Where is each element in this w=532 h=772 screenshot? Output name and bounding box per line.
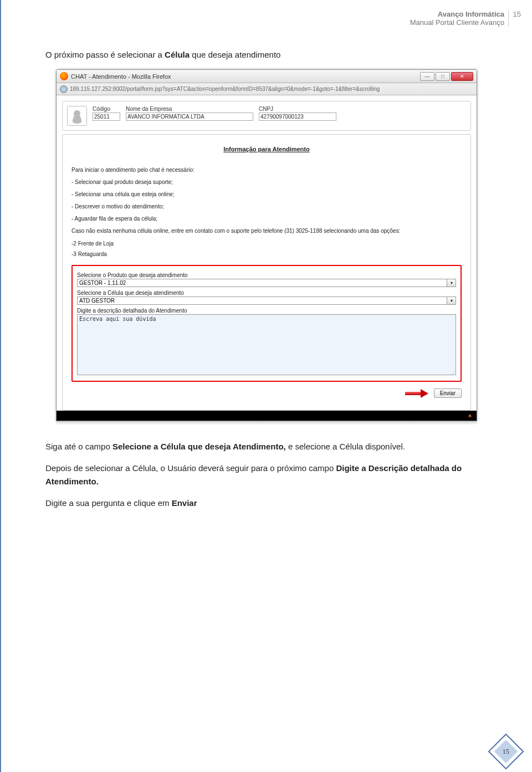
produto-select: ▾: [77, 279, 456, 287]
empresa-input[interactable]: [126, 113, 253, 121]
body-p3: Digite a sua pergunta e clique em Enviar: [45, 497, 488, 509]
address-bar: 189.115.127.252:8002/portal/form.jsp?sys…: [57, 83, 477, 95]
body-p3-b: Enviar: [172, 498, 197, 508]
body-p1: Siga até o campo Selecione a Célula que …: [45, 440, 488, 453]
intro-bold: Célula: [165, 50, 192, 59]
body-p2: Depois de selecionar a Célula, o Usuário…: [45, 462, 488, 488]
body-p3-a: Digite a sua pergunta e clique em: [45, 498, 172, 508]
avatar-icon: [67, 106, 87, 126]
page-corner-ornament: 15: [493, 739, 519, 764]
cnpj-input[interactable]: [259, 113, 336, 121]
cnpj-label: CNPJ: [259, 106, 336, 112]
page-header: Avanço Informática Manual Portal Cliente…: [410, 10, 504, 27]
body-p1-b: Selecione a Célula que deseja Atendiment…: [112, 442, 288, 451]
body-text-block: Siga até o campo Selecione a Célula que …: [45, 440, 488, 509]
window-shadow: [56, 421, 477, 425]
maximize-button[interactable]: □: [436, 72, 450, 81]
main-panel: Informação para Atendimento Para iniciar…: [62, 134, 471, 411]
window-buttons: — □ ✕: [420, 72, 473, 81]
browser-window: CHAT - Atendimento - Mozilla Firefox — □…: [56, 69, 477, 421]
arrow-icon: [405, 390, 431, 397]
instr-b2: - Selecionar uma célula que esteja onlin…: [71, 189, 462, 200]
body-p1-c: e selecione a Célula disponível.: [288, 442, 405, 451]
instr-b3: - Descrever o motivo do atendimento;: [71, 201, 462, 212]
instr-intro: Para iniciar o atendimento pelo chat é n…: [71, 165, 462, 175]
descricao-label: Digite a descrição detalhada do Atendime…: [77, 308, 456, 314]
document-page: Avanço Informática Manual Portal Cliente…: [0, 0, 532, 772]
intro-suffix: que deseja atendimento: [192, 50, 280, 59]
firefox-icon: [60, 72, 68, 80]
header-company: Avanço Informática: [438, 10, 504, 18]
instr-contact: Caso não exista nenhuma célula online, e…: [71, 226, 462, 236]
instr-b1: - Selecionar qual produto deseja suporte…: [71, 177, 462, 187]
send-row: Enviar: [71, 382, 462, 402]
empresa-field: Nome da Empresa: [126, 106, 253, 121]
close-button[interactable]: ✕: [451, 72, 473, 81]
cnpj-field: CNPJ: [259, 106, 336, 121]
codigo-label: Código: [93, 106, 120, 112]
celula-label: Selecione a Célula que deseja atendiment…: [77, 290, 456, 296]
intro-prefix: O próximo passo é selecionar a: [45, 50, 165, 59]
instr-opt2: -3 Retaguarda: [71, 249, 462, 259]
codigo-input[interactable]: [93, 113, 120, 121]
highlighted-form-box: Selecione o Produto que deseja atendimen…: [71, 265, 462, 382]
header-manual: Manual Portal Cliente Avanço: [410, 18, 504, 27]
minimize-button[interactable]: —: [420, 72, 434, 81]
celula-dropdown-button[interactable]: ▾: [447, 296, 456, 305]
status-bar: [57, 411, 477, 421]
celula-input[interactable]: [77, 296, 447, 305]
page-content: Código Nome da Empresa CNPJ Informação p…: [57, 95, 477, 411]
page-number-top: 15: [508, 10, 521, 27]
intro-text: O próximo passo é selecionar a Célula qu…: [45, 50, 488, 59]
globe-icon: [60, 85, 68, 93]
body-p2-a: Depois de selecionar a Célula, o Usuário…: [45, 463, 336, 473]
produto-label: Selecione o Produto que deseja atendimen…: [77, 272, 456, 278]
instruction-block: Para iniciar o atendimento pelo chat é n…: [71, 165, 462, 259]
instr-options: -2 Frente de Loja -3 Retaguarda: [71, 238, 462, 259]
instr-opt1: -2 Frente de Loja: [71, 238, 462, 249]
enviar-button[interactable]: Enviar: [434, 388, 462, 398]
window-titlebar: CHAT - Atendimento - Mozilla Firefox — □…: [57, 70, 477, 83]
url-text: 189.115.127.252:8002/portal/form.jsp?sys…: [70, 86, 473, 92]
instr-b4: - Aguardar fila de espera da célula;: [71, 213, 462, 224]
produto-input[interactable]: [77, 279, 447, 287]
window-title: CHAT - Atendimento - Mozilla Firefox: [71, 73, 420, 80]
body-p1-a: Siga até o campo: [45, 442, 112, 451]
celula-select: ▾: [77, 296, 456, 305]
codigo-field: Código: [93, 106, 120, 121]
flame-icon: [467, 412, 473, 419]
page-number-bottom: 15: [503, 748, 509, 756]
info-section-title: Informação para Atendimento: [71, 146, 462, 152]
empresa-label: Nome da Empresa: [126, 106, 253, 112]
produto-dropdown-button[interactable]: ▾: [447, 279, 456, 287]
descricao-textarea[interactable]: Escreva aqui sua dúvida: [77, 314, 456, 375]
company-fields: Código Nome da Empresa CNPJ: [93, 106, 466, 121]
company-info-panel: Código Nome da Empresa CNPJ: [62, 101, 471, 131]
